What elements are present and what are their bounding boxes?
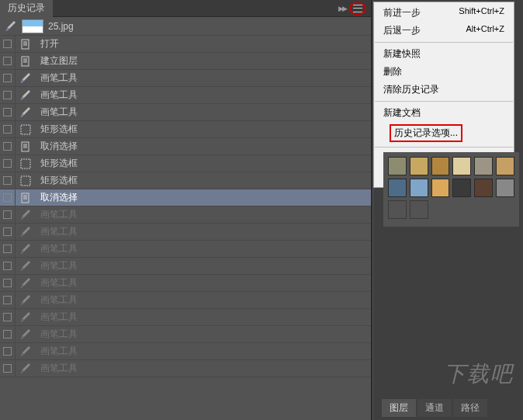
swatch[interactable] <box>474 179 493 197</box>
history-source-row[interactable]: 25.jpg <box>0 17 371 36</box>
watermark-text: 下载吧 <box>444 359 514 389</box>
menu-item[interactable]: 删除 <box>374 63 514 81</box>
checkbox-icon <box>3 108 12 116</box>
swatch[interactable] <box>410 157 428 175</box>
history-row[interactable]: 画笔工具 <box>0 292 371 309</box>
brush-icon <box>16 294 36 307</box>
checkbox-icon <box>3 364 12 373</box>
checkbox-icon <box>3 262 12 270</box>
history-row[interactable]: 画笔工具 <box>0 258 371 275</box>
history-row[interactable]: 矩形选框 <box>0 121 371 138</box>
brush-icon <box>16 363 36 375</box>
history-source-checkbox[interactable] <box>0 155 16 172</box>
panel-menu-icon[interactable] <box>353 5 362 12</box>
history-row[interactable]: 矩形选框 <box>0 172 371 189</box>
menu-item-label: 前进一步 <box>383 6 459 19</box>
swatch[interactable] <box>388 179 407 197</box>
history-row[interactable]: 打开 <box>0 36 371 53</box>
history-source-checkbox[interactable] <box>0 258 16 275</box>
history-row[interactable]: 建立图层 <box>0 53 371 70</box>
history-source-checkbox[interactable] <box>0 53 16 70</box>
history-source-checkbox[interactable] <box>0 224 16 241</box>
marquee-icon <box>16 158 36 169</box>
menu-item-label: 新建快照 <box>383 47 504 61</box>
history-row[interactable]: 画笔工具 <box>0 104 371 121</box>
swatch[interactable] <box>496 157 514 175</box>
swatches-panel <box>383 152 519 227</box>
history-row[interactable]: 画笔工具 <box>0 360 371 377</box>
history-source-checkbox[interactable] <box>0 172 16 189</box>
history-step-label: 画笔工具 <box>36 345 78 358</box>
swatch[interactable] <box>496 179 514 197</box>
history-source-checkbox[interactable] <box>0 138 16 155</box>
history-source-checkbox[interactable] <box>0 189 16 207</box>
tab-channels[interactable]: 通道 <box>417 399 452 417</box>
history-row[interactable]: 画笔工具 <box>0 87 371 104</box>
swatch[interactable] <box>474 157 493 175</box>
history-source-checkbox[interactable] <box>0 36 16 53</box>
empty-swatch[interactable] <box>388 200 407 219</box>
history-row[interactable]: 画笔工具 <box>0 326 371 343</box>
swatch[interactable] <box>452 179 471 197</box>
history-source-checkbox[interactable] <box>0 207 16 224</box>
history-row[interactable]: 画笔工具 <box>0 70 371 87</box>
brush-icon <box>16 72 36 85</box>
swatch[interactable] <box>452 157 471 175</box>
menu-separator <box>375 42 513 43</box>
history-step-label: 画笔工具 <box>36 71 78 85</box>
history-source-checkbox[interactable] <box>0 241 16 258</box>
history-step-label: 画笔工具 <box>36 208 78 221</box>
menu-item[interactable]: 清除历史记录 <box>374 81 514 99</box>
history-row[interactable]: 画笔工具 <box>0 241 371 258</box>
swatch[interactable] <box>431 157 450 175</box>
history-source-checkbox[interactable] <box>0 121 16 138</box>
panel-header: 历史记录 ▶▶ <box>0 0 371 17</box>
history-source-checkbox[interactable] <box>0 309 16 326</box>
marquee-icon <box>16 175 36 186</box>
checkbox-icon <box>3 313 12 321</box>
menu-item[interactable]: 新建快照 <box>374 45 514 63</box>
empty-swatch[interactable] <box>410 200 428 219</box>
menu-item[interactable]: 历史记录选项... <box>380 122 507 144</box>
history-row[interactable]: 画笔工具 <box>0 207 371 224</box>
tab-paths[interactable]: 路径 <box>453 399 487 417</box>
history-row[interactable]: 取消选择 <box>0 138 371 155</box>
history-step-label: 矩形选框 <box>36 174 78 187</box>
history-source-checkbox[interactable] <box>0 360 16 377</box>
doc-icon <box>16 56 36 67</box>
checkbox-icon <box>3 296 12 304</box>
history-tab[interactable]: 历史记录 <box>0 0 53 17</box>
document-filename: 25.jpg <box>48 21 74 32</box>
menu-item[interactable]: 新建文档 <box>374 104 514 122</box>
history-source-checkbox[interactable] <box>0 326 16 343</box>
brush-icon <box>16 345 36 358</box>
history-step-label: 打开 <box>36 37 59 50</box>
brush-icon <box>16 209 36 221</box>
history-row[interactable]: 取消选择 <box>0 189 371 207</box>
history-row[interactable]: 画笔工具 <box>0 309 371 326</box>
history-row[interactable]: 画笔工具 <box>0 343 371 360</box>
history-step-label: 画笔工具 <box>36 242 78 255</box>
marquee-icon <box>16 124 36 135</box>
menu-item[interactable]: 后退一步Alt+Ctrl+Z <box>374 22 514 40</box>
checkbox-icon <box>3 210 12 219</box>
swatch[interactable] <box>388 157 407 175</box>
history-source-checkbox[interactable] <box>0 70 16 87</box>
tab-layers[interactable]: 图层 <box>382 399 416 417</box>
checkbox-icon <box>3 176 12 185</box>
history-source-checkbox[interactable] <box>0 275 16 292</box>
history-row[interactable]: 画笔工具 <box>0 275 371 292</box>
menu-item[interactable]: 前进一步Shift+Ctrl+Z <box>374 4 514 22</box>
collapse-arrows-icon[interactable]: ▶▶ <box>338 5 346 12</box>
history-row[interactable]: 画笔工具 <box>0 224 371 241</box>
history-source-checkbox[interactable] <box>0 343 16 360</box>
history-source-checkbox[interactable] <box>0 292 16 309</box>
history-source-checkbox[interactable] <box>0 104 16 121</box>
history-row[interactable]: 矩形选框 <box>0 155 371 172</box>
swatch[interactable] <box>410 179 428 197</box>
history-source-checkbox[interactable] <box>0 87 16 104</box>
checkbox-icon <box>3 142 12 151</box>
checkbox-icon <box>3 330 12 338</box>
swatch[interactable] <box>431 179 450 197</box>
checkbox-icon <box>3 57 12 65</box>
